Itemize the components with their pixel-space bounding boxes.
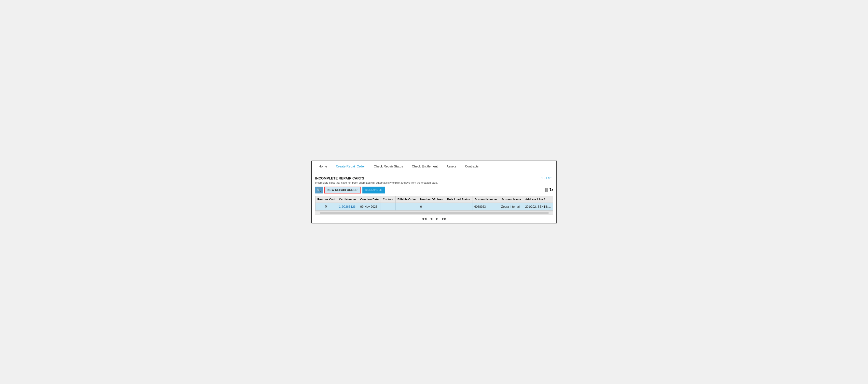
table-row: ✕ 1-2C26B126 09-Nov-2023 0 6088923 Zebra…	[315, 203, 553, 211]
page-navigation: ◀◀ ◀ ▶ ▶▶	[315, 215, 553, 223]
refresh-icon[interactable]: ↻	[549, 187, 553, 193]
col-bulk-load-status: Bulk Load Status	[445, 196, 472, 203]
repair-carts-table: Remove Cart Cart Number Creation Date Co…	[315, 196, 553, 211]
column-view-icon[interactable]: |||	[545, 188, 548, 192]
nav-item-check-entitlement[interactable]: Check Entitlement	[407, 161, 442, 172]
toolbar-right: ||| ↻	[545, 187, 553, 193]
col-contact: Contact	[381, 196, 395, 203]
cell-creation-date: 09-Nov-2023	[358, 203, 381, 211]
horizontal-scrollbar[interactable]	[315, 211, 553, 215]
nav-item-contracts[interactable]: Contracts	[461, 161, 483, 172]
cell-number-of-lines: 0	[418, 203, 445, 211]
new-repair-order-button[interactable]: NEW REPAIR ORDER	[324, 187, 361, 193]
cell-billable-order	[395, 203, 418, 211]
nav-item-home[interactable]: Home	[314, 161, 332, 172]
cart-number-link[interactable]: 1-2C26B126	[339, 205, 355, 209]
cell-contact	[381, 203, 395, 211]
section-title: INCOMPLETE REPAIR CARTS	[315, 176, 553, 180]
main-content: INCOMPLETE REPAIR CARTS Incomplete carts…	[312, 172, 556, 223]
col-account-name: Account Name	[499, 196, 523, 203]
nav-item-create-repair-order[interactable]: Create Repair Order	[332, 161, 369, 172]
col-number-of-lines: Number Of Lines	[418, 196, 445, 203]
first-page-button[interactable]: ◀◀	[421, 216, 428, 221]
cell-bulk-load-status	[445, 203, 472, 211]
scrollbar-track	[320, 212, 549, 214]
cell-address-line-1: 201/202, SENTIN...	[523, 203, 553, 211]
section-header: INCOMPLETE REPAIR CARTS Incomplete carts…	[315, 176, 553, 184]
cell-account-number: 6088923	[472, 203, 499, 211]
search-button[interactable]: 🔍	[315, 187, 323, 193]
table-header-row: Remove Cart Cart Number Creation Date Co…	[315, 196, 553, 203]
navigation: Home Create Repair Order Check Repair St…	[312, 161, 556, 172]
cell-remove-cart[interactable]: ✕	[315, 203, 337, 211]
remove-cart-button[interactable]: ✕	[317, 204, 335, 209]
table-wrapper: Remove Cart Cart Number Creation Date Co…	[315, 196, 553, 211]
col-remove-cart: Remove Cart	[315, 196, 337, 203]
col-creation-date: Creation Date	[358, 196, 381, 203]
col-billable-order: Billable Order	[395, 196, 418, 203]
section-subtitle: Incomplete carts that have not been subm…	[315, 181, 553, 184]
cell-cart-number[interactable]: 1-2C26B126	[337, 203, 358, 211]
nav-item-assets[interactable]: Assets	[442, 161, 461, 172]
prev-page-button[interactable]: ◀	[429, 216, 433, 221]
need-help-button[interactable]: NEED HELP	[363, 187, 385, 193]
cell-account-name: Zebra Internal	[499, 203, 523, 211]
pagination-info: 1 - 1 of 1	[541, 176, 553, 180]
search-icon: 🔍	[317, 188, 321, 192]
toolbar: 🔍 NEW REPAIR ORDER NEED HELP ||| ↻	[315, 187, 553, 193]
next-page-button[interactable]: ▶	[435, 216, 439, 221]
col-account-number: Account Number	[472, 196, 499, 203]
last-page-button[interactable]: ▶▶	[441, 216, 447, 221]
nav-item-check-repair-status[interactable]: Check Repair Status	[369, 161, 407, 172]
col-address-line-1: Address Line 1	[523, 196, 553, 203]
col-cart-number: Cart Number	[337, 196, 358, 203]
